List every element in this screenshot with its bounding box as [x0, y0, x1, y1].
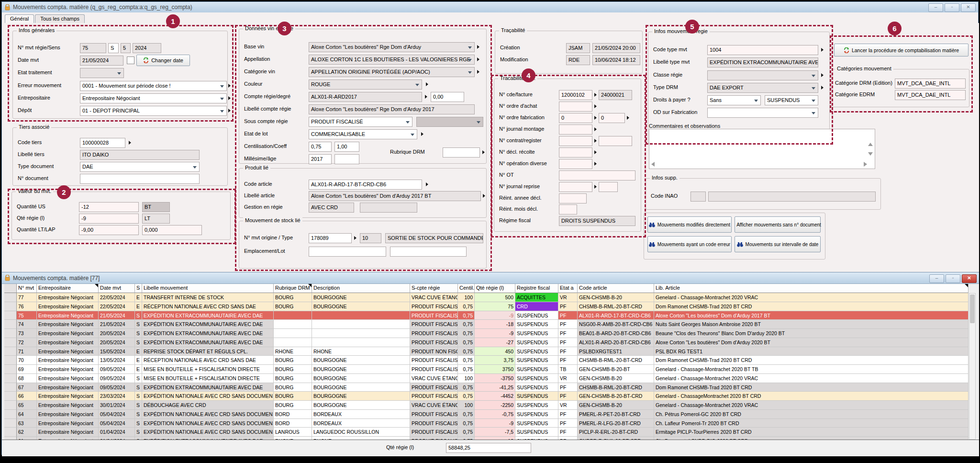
libelle-origine-field[interactable]: SORTIE DE STOCK POUR COMMANDE CL	[385, 233, 483, 243]
table-cell[interactable]: PF	[558, 320, 578, 329]
date-mvt-field[interactable]: 21/05/2024	[80, 56, 123, 66]
gestion-regie-field[interactable]: AVEC CRD	[309, 203, 354, 213]
table-cell[interactable]	[4, 338, 17, 347]
table-cell[interactable]: BOURGOGNE	[312, 392, 410, 401]
table-cell[interactable]: 0,75	[458, 428, 475, 437]
commentaires-textarea[interactable]	[649, 129, 875, 169]
table-cell[interactable]: SUSPENDUS	[515, 338, 558, 347]
table-cell[interactable]: Entrepositaire Négociant	[37, 419, 99, 428]
table-cell[interactable]: BOURG	[274, 392, 312, 401]
emplacement-field[interactable]	[309, 247, 386, 257]
column-header[interactable]: Registre fiscal	[515, 284, 558, 293]
table-cell[interactable]	[4, 401, 17, 410]
table-cell[interactable]: 65	[17, 401, 37, 410]
table-cell[interactable]: PRODUIT FISCALIS	[410, 329, 458, 338]
table-cell[interactable]: PRODUIT FISCALIS	[410, 410, 458, 419]
table-cell[interactable]: 23/03/2024	[99, 392, 135, 401]
detail-arrow-icon[interactable]	[821, 48, 824, 52]
unite-regie-field[interactable]: LT	[142, 214, 170, 224]
table-cell[interactable]: PRODUIT FISCALIS	[410, 320, 458, 329]
detail-arrow-icon[interactable]	[594, 139, 597, 143]
table-cell[interactable]: 22/05/2024	[99, 302, 135, 311]
table-cell[interactable]: PF	[558, 347, 578, 356]
rubrique-drm-field[interactable]	[443, 147, 480, 158]
table-row[interactable]: 74Entrepositaire Négociant21/05/2024SEXP…	[4, 320, 969, 329]
od-fabrication-select[interactable]	[707, 108, 818, 118]
table-cell[interactable]: PSL BDX RG TEST1	[654, 347, 969, 356]
table-cell[interactable]: Genelard - Chassage-Montrachet 2020 BT T…	[654, 365, 969, 374]
table-cell[interactable]: 66	[17, 392, 37, 401]
entrepositaire-select[interactable]: Entrepositaire Négociant	[80, 93, 227, 103]
table-cell[interactable]: GEN-CHSMB-B-20-BT	[578, 365, 654, 374]
table-row[interactable]: 64Entrepositaire Négociant05/04/2024SEXP…	[4, 410, 969, 419]
table-cell[interactable]: SUSPENDUS	[515, 311, 558, 320]
table-cell[interactable]: RHONE	[274, 347, 312, 356]
table-cell[interactable]: 0,75	[458, 419, 475, 428]
journal-montage-field[interactable]	[559, 124, 592, 135]
mouvements-modifies-button[interactable]: Mouvements modifiés directement	[647, 216, 732, 233]
table-cell[interactable]: 62	[17, 428, 37, 437]
table-cell[interactable]: 0,75	[458, 383, 475, 392]
table-cell[interactable]: 0,75	[458, 329, 475, 338]
table-cell[interactable]: 71	[17, 347, 37, 356]
detail-arrow-icon[interactable]	[483, 194, 485, 198]
sous-compte2-select[interactable]	[416, 117, 483, 127]
table-cell[interactable]	[274, 338, 312, 347]
table-cell[interactable]: -7,5	[475, 428, 515, 437]
num-mvt-origine-field[interactable]: 178089	[309, 233, 352, 243]
table-cell[interactable]: 0,75	[458, 347, 475, 356]
degre-field[interactable]: 0,00	[431, 92, 464, 102]
table-cell[interactable]: -18	[475, 320, 515, 329]
scroll-right-icon[interactable]	[864, 162, 867, 167]
table-cell[interactable]: ALX01-R-ARD-20-BT-CRD-CB6	[578, 338, 654, 347]
detail-arrow-icon[interactable]	[627, 116, 629, 120]
table-cell[interactable]: GEN-CHSMB-B-20	[578, 374, 654, 383]
creation-date-field[interactable]: 21/05/2024 20:00	[592, 43, 640, 53]
ordre-fab2-field[interactable]: 0	[599, 113, 625, 123]
table-cell[interactable]: 72	[17, 338, 37, 347]
table-cell[interactable]: SUSPENDUS	[515, 347, 558, 356]
num-ot-field[interactable]	[559, 170, 635, 181]
table-cell[interactable]: 69	[17, 365, 37, 374]
etat-traitement-select[interactable]	[80, 68, 124, 78]
table-cell[interactable]: -9	[475, 311, 515, 320]
classe-regie-select[interactable]	[707, 70, 818, 80]
regime-fiscal-field[interactable]: DROITS SUSPENDUS	[559, 216, 635, 226]
column-header[interactable]: Libelle mouvement	[142, 284, 274, 293]
compte-regie-field[interactable]: ALX01-R-ARD2017	[309, 92, 422, 102]
column-header[interactable]: Rubrique DRM	[274, 284, 312, 293]
column-header[interactable]: Lib. Article	[654, 284, 969, 293]
table-cell[interactable]: SUSPENDUS	[515, 374, 558, 383]
table-cell[interactable]: PRODUIT FISCALIS	[410, 392, 458, 401]
table-cell[interactable]: BOURGOGNE	[312, 401, 410, 410]
table-cell[interactable]: BOURGOGNE	[312, 293, 410, 302]
column-header[interactable]: S	[135, 284, 142, 293]
table-cell[interactable]	[312, 320, 410, 329]
table-cell[interactable]: VR	[558, 401, 578, 410]
restore-button[interactable]: ▫	[946, 274, 960, 283]
sens-field[interactable]: S	[108, 43, 119, 53]
code-article-field[interactable]: ALX01-R-ARD-17-BT-CRD-CB6	[309, 180, 422, 190]
table-cell[interactable]: TB	[558, 365, 578, 374]
appellation-select[interactable]: ALOXE CORTON 1C LES BOUTIERES - LES VALO…	[309, 55, 475, 65]
table-row[interactable]: 68Entrepositaire Négociant09/05/2024SMIS…	[4, 374, 969, 383]
centilisation-field[interactable]: 0,75	[309, 142, 332, 152]
table-cell[interactable]: ALX01-R-ARD-17-BT-CRD-CB6	[578, 311, 654, 320]
table-cell[interactable]: RHONE	[312, 347, 410, 356]
minimize-button[interactable]: –	[929, 274, 944, 283]
column-header[interactable]: Entrepositaire	[37, 284, 99, 293]
table-cell[interactable]	[4, 356, 17, 365]
table-cell[interactable]: PRODUIT NON FISC	[410, 347, 458, 356]
detail-arrow-icon[interactable]	[821, 73, 824, 77]
ordre-achat-field[interactable]	[559, 102, 592, 112]
column-header[interactable]: Qté régie (l)	[475, 284, 515, 293]
table-cell[interactable]: REPRISE STOCK DÉPART ET RÉGULS CPL.	[142, 347, 274, 356]
detail-arrow-icon[interactable]	[594, 150, 597, 154]
table-cell[interactable]	[274, 320, 312, 329]
table-cell[interactable]: E	[135, 347, 142, 356]
table-cell[interactable]: BORD	[274, 419, 312, 428]
table-cell[interactable]: S	[135, 311, 142, 320]
table-cell[interactable]: Ch. Lafleur Pomerol-Tr 2020 BT CRD	[654, 419, 969, 428]
table-cell[interactable]: PF	[558, 329, 578, 338]
table-cell[interactable]: VRAC CUVE ÉTANC	[410, 401, 458, 410]
